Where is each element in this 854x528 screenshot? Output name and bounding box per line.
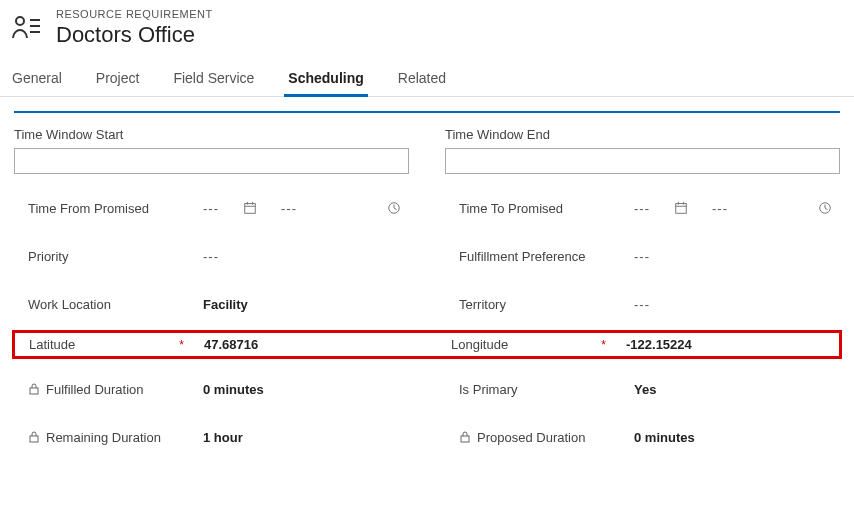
svg-rect-18	[30, 388, 38, 394]
value-is-primary[interactable]: Yes	[634, 382, 656, 397]
svg-line-17	[825, 208, 828, 210]
label-time-from-promised: Time From Promised	[28, 201, 149, 216]
tab-project[interactable]: Project	[92, 60, 144, 97]
clock-icon[interactable]	[387, 201, 401, 215]
label-remaining-duration: Remaining Duration	[46, 430, 161, 445]
field-fulfilled-duration: Fulfilled Duration 0 minutes	[14, 365, 409, 413]
section-label-time-window-end: Time Window End	[445, 127, 840, 142]
svg-rect-19	[30, 436, 38, 442]
label-time-to-promised: Time To Promised	[459, 201, 563, 216]
time-from-promised-time[interactable]: ---	[281, 201, 297, 216]
label-is-primary: Is Primary	[459, 382, 518, 397]
record-header: RESOURCE REQUIREMENT Doctors Office	[0, 0, 854, 60]
value-priority[interactable]: ---	[203, 249, 219, 264]
right-column: Time Window End Time To Promised --- ---…	[445, 127, 840, 328]
time-to-promised-time[interactable]: ---	[712, 201, 728, 216]
lock-icon	[28, 431, 40, 443]
left-column: Time Window Start Time From Promised ---…	[14, 127, 409, 328]
svg-rect-20	[461, 436, 469, 442]
time-from-promised-date[interactable]: ---	[203, 201, 219, 216]
value-proposed-duration: 0 minutes	[634, 430, 695, 445]
svg-line-10	[394, 208, 397, 210]
calendar-icon[interactable]	[243, 201, 257, 215]
value-work-location[interactable]: Facility	[203, 297, 248, 312]
label-longitude: Longitude	[451, 337, 508, 352]
tab-field-service[interactable]: Field Service	[169, 60, 258, 97]
field-remaining-duration: Remaining Duration 1 hour	[14, 413, 409, 461]
field-work-location: Work Location Facility	[14, 280, 409, 328]
lock-icon	[28, 383, 40, 395]
entity-icon	[8, 10, 44, 46]
field-fulfillment-preference: Fulfillment Preference ---	[445, 232, 840, 280]
value-territory[interactable]: ---	[634, 297, 650, 312]
value-remaining-duration: 1 hour	[203, 430, 243, 445]
label-work-location: Work Location	[28, 297, 111, 312]
clock-icon[interactable]	[818, 201, 832, 215]
tab-general[interactable]: General	[8, 60, 66, 97]
label-priority: Priority	[28, 249, 68, 264]
value-longitude[interactable]: -122.15224	[626, 337, 692, 352]
required-indicator: *	[601, 338, 606, 352]
required-indicator: *	[179, 338, 184, 352]
field-proposed-duration: Proposed Duration 0 minutes	[445, 413, 840, 461]
time-window-start-input[interactable]	[14, 148, 409, 174]
value-fulfillment-preference[interactable]: ---	[634, 249, 650, 264]
value-latitude[interactable]: 47.68716	[204, 337, 258, 352]
time-to-promised-date[interactable]: ---	[634, 201, 650, 216]
entity-subtitle: RESOURCE REQUIREMENT	[56, 8, 213, 20]
label-proposed-duration: Proposed Duration	[477, 430, 585, 445]
form-tabs: General Project Field Service Scheduling…	[0, 60, 854, 97]
value-fulfilled-duration: 0 minutes	[203, 382, 264, 397]
field-territory: Territory ---	[445, 280, 840, 328]
svg-rect-11	[676, 204, 687, 214]
tab-related[interactable]: Related	[394, 60, 450, 97]
svg-rect-4	[245, 204, 256, 214]
calendar-icon[interactable]	[674, 201, 688, 215]
label-territory: Territory	[459, 297, 506, 312]
section-label-time-window-start: Time Window Start	[14, 127, 409, 142]
field-priority: Priority ---	[14, 232, 409, 280]
record-title: Doctors Office	[56, 22, 213, 48]
field-time-to-promised: Time To Promised --- ---	[445, 184, 840, 232]
label-latitude: Latitude	[29, 337, 75, 352]
field-time-from-promised: Time From Promised --- ---	[14, 184, 409, 232]
svg-point-0	[16, 17, 24, 25]
lock-icon	[459, 431, 471, 443]
time-window-end-input[interactable]	[445, 148, 840, 174]
field-is-primary: Is Primary Yes	[445, 365, 840, 413]
label-fulfillment-preference: Fulfillment Preference	[459, 249, 585, 264]
tab-scheduling[interactable]: Scheduling	[284, 60, 367, 97]
label-fulfilled-duration: Fulfilled Duration	[46, 382, 144, 397]
highlighted-lat-long-row: Latitude * 47.68716 Longitude * -122.152…	[12, 330, 842, 359]
